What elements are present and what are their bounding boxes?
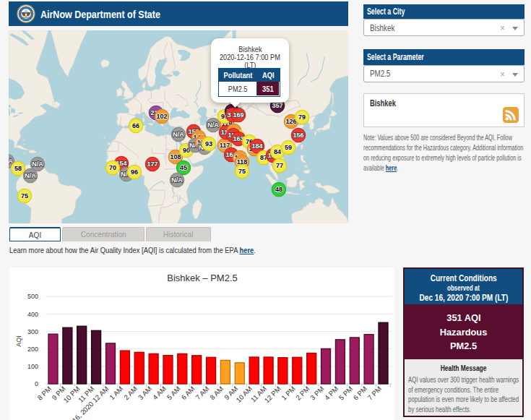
svg-text:84: 84 — [274, 148, 281, 155]
svg-text:N/A: N/A — [173, 131, 184, 138]
svg-text:96: 96 — [131, 168, 138, 176]
svg-text:75: 75 — [238, 168, 246, 175]
svg-text:400: 400 — [27, 311, 38, 318]
svg-text:Bishkek – PM2.5: Bishkek – PM2.5 — [167, 273, 238, 283]
svg-text:169: 169 — [233, 111, 243, 119]
svg-text:357: 357 — [272, 102, 282, 109]
svg-text:N/A: N/A — [207, 121, 219, 129]
svg-text:156: 156 — [293, 132, 303, 139]
svg-text:58: 58 — [14, 165, 22, 172]
svg-text:93: 93 — [205, 140, 212, 147]
svg-text:N/A: N/A — [25, 172, 36, 179]
svg-text:0: 0 — [35, 380, 38, 387]
svg-text:66: 66 — [132, 122, 139, 129]
svg-text:77: 77 — [276, 162, 283, 169]
svg-text:102: 102 — [156, 113, 167, 120]
svg-text:500: 500 — [27, 293, 38, 300]
svg-text:AQI: AQI — [15, 335, 22, 347]
svg-text:59: 59 — [285, 144, 292, 151]
svg-text:45: 45 — [180, 164, 187, 171]
svg-text:75: 75 — [21, 192, 28, 200]
svg-text:48: 48 — [275, 186, 282, 193]
svg-text:70: 70 — [109, 164, 116, 171]
svg-text:N/A: N/A — [32, 160, 43, 168]
svg-text:200: 200 — [27, 346, 38, 353]
svg-text:79: 79 — [298, 113, 306, 121]
svg-text:108: 108 — [170, 153, 181, 160]
svg-text:100: 100 — [27, 363, 38, 370]
svg-text:184: 184 — [251, 142, 262, 150]
svg-text:N/A: N/A — [171, 176, 183, 184]
svg-text:300: 300 — [27, 328, 38, 335]
svg-text:177: 177 — [147, 160, 157, 168]
